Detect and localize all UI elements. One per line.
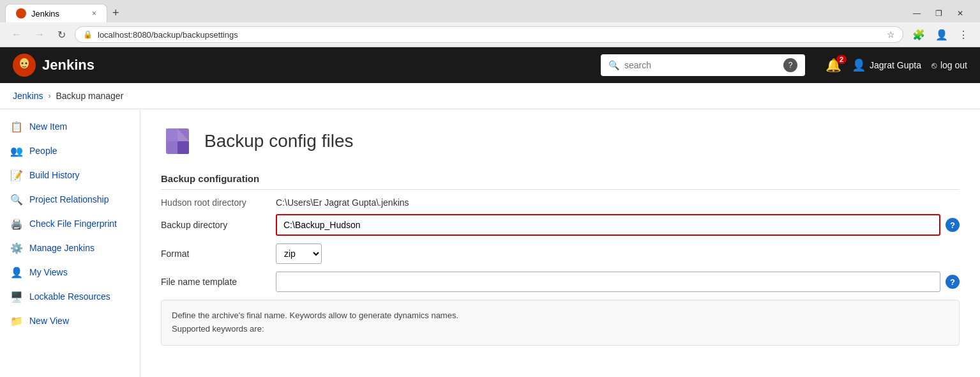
- reload-btn[interactable]: ↻: [54, 27, 70, 42]
- sidebar-label-check-file-fingerprint: Check File Fingerprint: [29, 219, 117, 229]
- new-view-icon: 📁: [10, 314, 23, 327]
- search-input[interactable]: [624, 60, 778, 70]
- header-actions: 🔔 2 👤 Jagrat Gupta ⎋ log out: [825, 58, 967, 73]
- sidebar-item-people[interactable]: 👥 People: [0, 139, 140, 163]
- search-help-btn[interactable]: ?: [783, 58, 797, 72]
- section-title: Backup configuration: [161, 173, 960, 190]
- info-box: Define the archive's final name. Keyword…: [161, 300, 960, 346]
- tab-close-btn[interactable]: ×: [92, 9, 96, 18]
- file-name-template-input[interactable]: [276, 272, 940, 292]
- back-btn[interactable]: ←: [8, 27, 26, 42]
- sidebar-label-manage-jenkins: Manage Jenkins: [29, 243, 94, 253]
- menu-btn[interactable]: ⋮: [954, 27, 972, 42]
- build-history-icon: 📝: [10, 169, 23, 181]
- backup-icon: [161, 125, 194, 158]
- manage-jenkins-icon: ⚙️: [10, 242, 23, 254]
- restore-btn[interactable]: ❐: [929, 7, 948, 20]
- browser-chrome: Jenkins × + — ❐ ✕ ← → ↻ 🔒 localhost:8080…: [0, 0, 980, 47]
- user-name: Jagrat Gupta: [870, 60, 921, 70]
- browser-icons: 🧩 👤 ⋮: [908, 27, 972, 42]
- backup-dir-input-wrap: [276, 214, 940, 236]
- sidebar-label-build-history: Build History: [29, 170, 80, 180]
- page-title: Backup config files: [204, 131, 353, 151]
- sidebar-label-people: People: [29, 146, 57, 156]
- sidebar: 📋 New Item 👥 People 📝 Build History 🔍 Pr…: [0, 109, 140, 377]
- notif-badge: 2: [836, 55, 847, 64]
- sidebar-item-manage-jenkins[interactable]: ⚙️ Manage Jenkins: [0, 236, 140, 260]
- backup-dir-input[interactable]: [276, 214, 940, 236]
- url-box[interactable]: 🔒 localhost:8080/backup/backupsettings ☆: [75, 26, 903, 43]
- sidebar-label-lockable-resources: Lockable Resources: [29, 291, 110, 302]
- logout-icon: ⎋: [931, 60, 937, 70]
- new-item-icon: 📋: [10, 120, 23, 133]
- hudson-root-label: Hudson root directory: [161, 197, 276, 208]
- forward-btn[interactable]: →: [31, 27, 49, 42]
- url-text: localhost:8080/backup/backupsettings: [98, 30, 882, 40]
- jenkins-logo-text: Jenkins: [42, 57, 94, 73]
- header-search: 🔍 ?: [601, 54, 805, 76]
- sidebar-item-check-file-fingerprint[interactable]: 🖨️ Check File Fingerprint: [0, 212, 140, 236]
- sidebar-item-new-view[interactable]: 📁 New View: [0, 309, 140, 333]
- sidebar-item-new-item[interactable]: 📋 New Item: [0, 114, 140, 139]
- user-section[interactable]: 👤 Jagrat Gupta: [852, 58, 921, 72]
- new-tab-btn[interactable]: +: [107, 6, 124, 20]
- file-name-template-help-btn[interactable]: ?: [946, 275, 960, 289]
- jenkins-logo-img: [13, 54, 36, 77]
- breadcrumb-current: Backup manager: [56, 91, 123, 101]
- minimize-btn[interactable]: —: [907, 7, 926, 20]
- file-name-template-label: File name template: [161, 272, 276, 292]
- format-select[interactable]: zip tar: [276, 243, 322, 264]
- people-icon: 👥: [10, 144, 23, 157]
- svg-rect-7: [177, 141, 189, 154]
- jenkins-icon: [15, 56, 33, 74]
- hudson-root-row: Hudson root directory C:\Users\Er Jagrat…: [161, 197, 960, 208]
- format-label: Format: [161, 243, 276, 264]
- lockable-resources-icon: 🖥️: [10, 290, 23, 303]
- window-controls: — ❐ ✕: [907, 7, 975, 20]
- content-area: Backup config files Backup configuration…: [140, 109, 980, 377]
- backup-dir-label: Backup directory: [161, 215, 276, 235]
- page-icon: [161, 125, 194, 158]
- close-btn[interactable]: ✕: [951, 7, 970, 20]
- format-row: Format zip tar: [161, 243, 960, 264]
- breadcrumb: Jenkins › Backup manager: [0, 83, 980, 109]
- logout-btn[interactable]: ⎋ log out: [931, 60, 967, 70]
- breadcrumb-root[interactable]: Jenkins: [13, 91, 43, 101]
- bookmark-icon[interactable]: ☆: [887, 29, 895, 40]
- sidebar-label-new-item: New Item: [29, 121, 67, 132]
- breadcrumb-separator: ›: [48, 91, 50, 100]
- lock-icon: 🔒: [83, 30, 93, 39]
- backup-dir-row: Backup directory ?: [161, 214, 960, 236]
- backup-dir-help-btn[interactable]: ?: [946, 218, 960, 232]
- info-text-line2: Supported keywords are:: [172, 323, 949, 336]
- file-name-template-row: File name template ?: [161, 272, 960, 292]
- jenkins-header: Jenkins 🔍 ? 🔔 2 👤 Jagrat Gupta ⎋ log out: [0, 47, 980, 83]
- address-bar: ← → ↻ 🔒 localhost:8080/backup/backupsett…: [0, 22, 980, 47]
- sidebar-label-my-views: My Views: [29, 267, 68, 277]
- sidebar-item-my-views[interactable]: 👤 My Views: [0, 260, 140, 284]
- logout-label: log out: [940, 60, 967, 70]
- project-relationship-icon: 🔍: [10, 193, 23, 206]
- notifications-btn[interactable]: 🔔 2: [825, 58, 841, 73]
- sidebar-item-build-history[interactable]: 📝 Build History: [0, 163, 140, 187]
- main-layout: 📋 New Item 👥 People 📝 Build History 🔍 Pr…: [0, 109, 980, 377]
- hudson-root-value: C:\Users\Er Jagrat Gupta\.jenkins: [276, 197, 409, 208]
- jenkins-logo[interactable]: Jenkins: [13, 54, 94, 77]
- profile-btn[interactable]: 👤: [931, 27, 952, 42]
- svg-point-3: [22, 63, 24, 65]
- sidebar-item-project-relationship[interactable]: 🔍 Project Relationship: [0, 187, 140, 212]
- file-name-template-input-wrap: [276, 272, 940, 292]
- search-icon: 🔍: [608, 60, 619, 70]
- user-icon: 👤: [852, 58, 866, 72]
- sidebar-label-project-relationship: Project Relationship: [29, 194, 109, 204]
- extensions-btn[interactable]: 🧩: [908, 27, 929, 42]
- tab-bar: Jenkins × + — ❐ ✕: [0, 0, 980, 22]
- svg-rect-6: [166, 128, 177, 141]
- check-file-icon: 🖨️: [10, 217, 23, 230]
- info-text-line1: Define the archive's final name. Keyword…: [172, 309, 949, 323]
- svg-point-4: [26, 63, 27, 65]
- tab-favicon: [16, 8, 26, 19]
- sidebar-label-new-view: New View: [29, 316, 69, 326]
- sidebar-item-lockable-resources[interactable]: 🖥️ Lockable Resources: [0, 284, 140, 309]
- my-views-icon: 👤: [10, 266, 23, 279]
